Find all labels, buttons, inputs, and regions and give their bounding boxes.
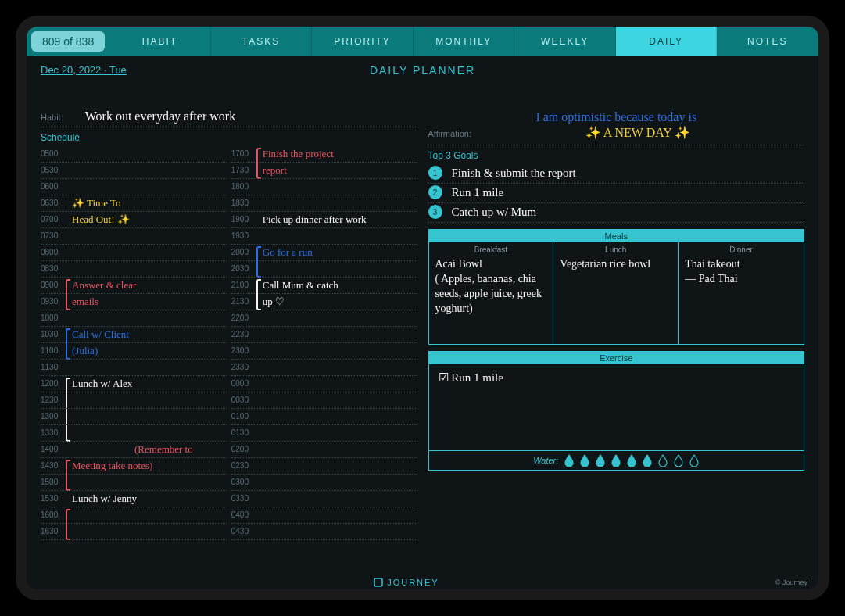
- schedule-label: Schedule: [41, 132, 417, 143]
- schedule-row[interactable]: 1400(Remember to: [41, 442, 227, 458]
- schedule-row[interactable]: 0430: [231, 524, 417, 540]
- schedule-row[interactable]: 1000: [41, 310, 227, 327]
- schedule-row[interactable]: 0200: [231, 442, 417, 458]
- meal-dinner-title: Dinner: [685, 245, 797, 254]
- tablet-frame: 809 of 838 HABITTASKSPRIORITYMONTHLYWEEK…: [16, 16, 829, 600]
- goal-item[interactable]: 2Run 1 mile: [428, 184, 805, 203]
- schedule-row[interactable]: 1730report: [231, 163, 417, 179]
- schedule-row[interactable]: 0900Answer & clear: [41, 278, 227, 294]
- schedule-row[interactable]: 0730: [41, 228, 227, 245]
- water-drop-icon[interactable]: [689, 454, 699, 467]
- schedule-row[interactable]: 0400: [231, 507, 417, 524]
- schedule-row[interactable]: 1200Lunch w/ Alex: [41, 376, 227, 392]
- goal-item[interactable]: 1Finish & submit the report: [428, 164, 805, 184]
- schedule-time: 0330: [231, 494, 258, 503]
- schedule-row[interactable]: 1700Finish the project: [231, 146, 417, 163]
- schedule-time: 1600: [41, 510, 67, 519]
- water-drop-icon[interactable]: [596, 454, 605, 467]
- affirmation-field[interactable]: I am optimistic because today is Affirma…: [428, 109, 805, 146]
- schedule-row[interactable]: 0630✨ Time To: [41, 195, 227, 212]
- meal-lunch-text: Vegetarian rice bowl: [560, 257, 671, 272]
- schedule-row[interactable]: 1300: [41, 409, 227, 425]
- schedule-row[interactable]: 0700Head Out! ✨: [41, 212, 227, 228]
- tab-weekly[interactable]: WEEKLY: [514, 27, 616, 56]
- goal-text: Catch up w/ Mum: [452, 206, 537, 219]
- schedule-row[interactable]: 0230: [231, 458, 417, 475]
- schedule-row[interactable]: 1800: [231, 179, 417, 195]
- schedule-row[interactable]: 1530Lunch w/ Jenny: [41, 491, 227, 507]
- tab-habit[interactable]: HABIT: [109, 27, 211, 56]
- schedule-row[interactable]: 0600: [41, 179, 227, 195]
- schedule-row[interactable]: 1130: [41, 360, 227, 376]
- water-drop-icon[interactable]: [627, 454, 636, 467]
- schedule-time: 0530: [41, 166, 67, 174]
- schedule-row[interactable]: 1930: [231, 228, 417, 245]
- tab-priority[interactable]: PRIORITY: [312, 27, 414, 56]
- schedule-row[interactable]: 0830: [41, 261, 227, 278]
- meal-dinner-text: Thai takeout— Pad Thai: [685, 257, 797, 287]
- schedule-row[interactable]: 2100Call Mum & catch: [231, 278, 417, 294]
- schedule-time: 2230: [231, 330, 258, 338]
- water-drop-icon[interactable]: [674, 454, 683, 467]
- schedule-row[interactable]: 1600: [41, 507, 227, 524]
- schedule-row[interactable]: 1900Pick up dinner after work: [231, 212, 417, 228]
- date-link[interactable]: Dec 20, 2022 · Tue: [41, 64, 127, 76]
- schedule-row[interactable]: 0800: [41, 245, 227, 261]
- meal-dinner[interactable]: Dinner Thai takeout— Pad Thai: [679, 242, 804, 344]
- water-drop-icon[interactable]: [643, 454, 652, 467]
- tab-notes[interactable]: NOTES: [717, 27, 818, 56]
- schedule-row[interactable]: 1630: [41, 524, 227, 540]
- schedule-row[interactable]: 0500: [41, 146, 227, 163]
- schedule-row[interactable]: 0530: [41, 163, 227, 179]
- schedule-row[interactable]: 0030: [231, 392, 417, 409]
- schedule-time: 1230: [41, 396, 67, 404]
- exercise-text[interactable]: ☑ Run 1 mile: [429, 364, 804, 450]
- schedule-row[interactable]: 2230: [231, 327, 417, 343]
- goal-text: Finish & submit the report: [452, 167, 576, 180]
- tab-monthly[interactable]: MONTHLY: [414, 27, 515, 56]
- schedule-row[interactable]: 2130up ♡: [231, 294, 417, 310]
- schedule-time: 0900: [41, 281, 67, 289]
- schedule-row[interactable]: 0130: [231, 425, 417, 442]
- schedule-time: 0630: [41, 199, 67, 207]
- schedule-time: 1700: [231, 149, 258, 158]
- schedule-row[interactable]: 0100: [231, 409, 417, 425]
- schedule-row[interactable]: 0930emails: [41, 294, 227, 310]
- schedule-row[interactable]: 1230: [41, 392, 227, 409]
- schedule-row[interactable]: 0000: [231, 376, 417, 392]
- schedule-row[interactable]: 2200: [231, 310, 417, 327]
- goal-item[interactable]: 3Catch up w/ Mum: [428, 203, 805, 223]
- schedule-entry: emails: [72, 295, 98, 308]
- schedule-row[interactable]: 2030: [231, 261, 417, 278]
- meal-breakfast[interactable]: Breakfast Acai Bowl( Apples, bananas, ch…: [429, 242, 554, 344]
- water-drop-icon[interactable]: [611, 454, 621, 467]
- schedule-time: 2100: [231, 281, 258, 289]
- water-drop-icon[interactable]: [658, 454, 668, 467]
- habit-field[interactable]: Habit: Work out everyday after work: [41, 109, 417, 127]
- schedule-entry: Meeting take notes): [72, 460, 152, 472]
- schedule-row[interactable]: 1830: [231, 195, 417, 212]
- schedule-row[interactable]: 2300: [231, 343, 417, 360]
- meal-lunch[interactable]: Lunch Vegetarian rice bowl: [553, 242, 679, 344]
- tab-tasks[interactable]: TASKS: [211, 27, 313, 56]
- goals-list: 1Finish & submit the report2Run 1 mile3C…: [428, 164, 805, 223]
- schedule-entry: Go for a run: [263, 246, 313, 259]
- footer: JOURNEY © Journey: [27, 575, 818, 589]
- schedule-row[interactable]: 1500: [41, 475, 227, 491]
- water-drop-icon[interactable]: [580, 454, 589, 467]
- schedule-row[interactable]: 2330: [231, 360, 417, 376]
- schedule-row[interactable]: 1430Meeting take notes): [41, 458, 227, 475]
- schedule-row[interactable]: 0300: [231, 475, 417, 491]
- schedule-row[interactable]: 2000Go for a run: [231, 245, 417, 261]
- schedule-row[interactable]: 1030Call w/ Client: [41, 327, 227, 343]
- water-tracker: Water:: [429, 450, 804, 470]
- schedule-time: 1900: [231, 215, 258, 224]
- tab-daily[interactable]: DAILY: [616, 27, 718, 56]
- schedule-row[interactable]: 0330: [231, 491, 417, 507]
- schedule-row[interactable]: 1330: [41, 425, 227, 442]
- water-drop-icon[interactable]: [564, 454, 574, 467]
- schedule-row[interactable]: 1100(Julia): [41, 343, 227, 360]
- affirmation-line1: I am optimistic because today is: [535, 110, 696, 124]
- schedule-time: 0030: [231, 396, 258, 404]
- schedule-entry: Call w/ Client: [72, 328, 129, 341]
